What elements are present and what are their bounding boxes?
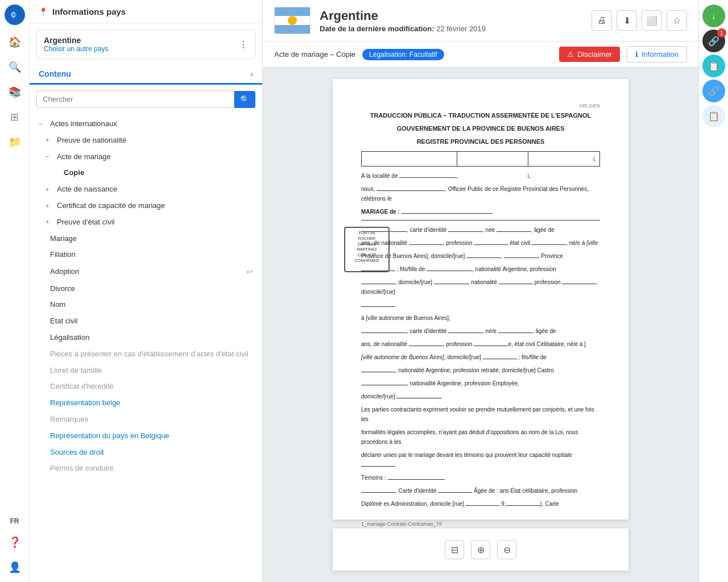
library-icon[interactable]: 📚	[5, 82, 25, 102]
doc-date-label: Date de la dernière modification:	[320, 24, 435, 33]
tree-item-representation-belge[interactable]: Représentation belge	[30, 395, 262, 411]
download-action-button[interactable]: ↓	[702, 5, 725, 27]
print-button[interactable]: 🖨	[592, 10, 612, 31]
home-icon[interactable]: 🏠	[5, 32, 25, 52]
country-change-link[interactable]: Choisir un autre pays	[44, 45, 108, 53]
expand-icon: +	[46, 135, 53, 146]
doc-parties-a: Les parties contractants expriment voulo…	[361, 405, 600, 424]
tree-item-label: Permis de conduire	[50, 463, 114, 475]
help-icon[interactable]: ❓	[5, 532, 25, 552]
search-input[interactable]	[36, 90, 234, 108]
tree-item-acte-naissance[interactable]: + Acte de naissance	[30, 181, 262, 198]
tree-item-representation-pays[interactable]: Représentation du pays en Belgique	[30, 428, 262, 444]
tree-item-label: Mariage	[50, 233, 77, 245]
tree-item-permis-conduire[interactable]: Permis de conduire	[30, 460, 262, 477]
folder-icon[interactable]: 📁	[5, 132, 25, 152]
doc-person1-g: à [ville autonome de Buenos Aires],	[361, 313, 600, 323]
tree-item-preuve-etat-civil[interactable]: + Preuve d'état civil	[30, 214, 262, 231]
tree-item-legalisation[interactable]: Légalisation	[30, 330, 262, 346]
expand-icon: +	[46, 185, 53, 195]
doc-temoins: Témoins :	[361, 473, 600, 483]
tree-item-remarques[interactable]: Remarques	[30, 411, 262, 428]
tree-item-etat-civil[interactable]: Etat civil	[30, 313, 262, 330]
zoom-in-icon: ⊕	[477, 544, 485, 555]
tree-item-label: Divorce	[50, 283, 75, 295]
share-icon: 🔗	[708, 86, 719, 97]
tree-item-divorce[interactable]: Divorce	[30, 281, 262, 297]
doc-person1-c: Province de Buenos Aires], domicile/[rue…	[361, 251, 600, 261]
doc-fields-table: i,	[361, 151, 600, 167]
tree-item-adoption[interactable]: Adoption ↩	[30, 263, 262, 280]
app-logo[interactable]	[5, 5, 25, 25]
tree-item-certificat-capacite[interactable]: + Certificat de capacité de mariage	[30, 198, 262, 214]
tree-item-livret[interactable]: Livret de famille	[30, 363, 262, 379]
share-action-button[interactable]: 🔗	[702, 80, 725, 102]
tree-item-label: Légalisation	[50, 332, 89, 344]
tree-item-label: Nom	[50, 299, 65, 311]
doc-parties-c: déclarer unies par le mariage devant les…	[361, 450, 600, 469]
doc-view-area[interactable]: FORTUNROCHERDe FINASMARTINEZCIVIL ESTCON…	[263, 68, 698, 582]
doc-title-block: Argentine Date de la dernière modificati…	[320, 9, 582, 33]
tree-item-preuve-nationalite[interactable]: + Preuve de nationalité	[30, 132, 262, 149]
doc-person1-d: ; fils/fille de , nationalité Argentine,…	[361, 264, 600, 274]
doc-date-value: 22 février 2019	[436, 24, 486, 33]
tree-item-label: Représentation belge	[50, 397, 121, 409]
tree-navigation: − Actes internationaux + Preuve de natio…	[30, 114, 262, 582]
doc-person2-f: domicile/[rue]	[361, 392, 600, 401]
disclaimer-button[interactable]: ⚠ Disclaimer	[559, 47, 620, 62]
user-icon[interactable]: 👤	[5, 557, 25, 577]
doc-nous: nous, , Officier Public de ce Registre P…	[361, 184, 600, 203]
information-button[interactable]: ℹ Information	[627, 46, 687, 63]
tree-item-certificat-heredite[interactable]: Certificat d'hérédité	[30, 379, 262, 395]
doc-person2-a: , carte d'identité , né/e , âgée de	[361, 326, 600, 336]
copy-action-button[interactable]: 📋	[702, 105, 725, 127]
doc-person2-e: , nationalité Argentine, profession Empl…	[361, 379, 600, 388]
doc-footer-text: 1_mariage-Contrats-Contraman_TF	[361, 521, 442, 527]
doc-person2-b: ans, de nationalité , profession e, état…	[361, 339, 600, 349]
info-icon: ℹ	[635, 50, 638, 59]
doc-stamp: FORTUNROCHERDe FINASMARTINEZCIVIL ESTCON…	[344, 227, 390, 272]
doc-person1-e: , domicile/[rue] , nationalité professio…	[361, 277, 600, 297]
tree-item-label: Sources de droit	[50, 447, 104, 459]
doc-bottom-toolbar: ⊟ ⊕ ⊖	[445, 540, 516, 559]
zoom-out-button[interactable]: ⊖	[497, 540, 516, 559]
clipboard-action-button[interactable]: 📋	[702, 55, 725, 77]
doc-localite: A la localité de , i,	[361, 171, 600, 181]
download-button[interactable]: ⬇	[617, 10, 637, 31]
tree-item-actes-internationaux[interactable]: − Actes internationaux	[30, 116, 262, 132]
split-view-button[interactable]: ⊟	[445, 540, 464, 559]
tree-item-nom[interactable]: Nom	[30, 297, 262, 313]
badge-count: 1	[717, 28, 726, 38]
country-selector[interactable]: Argentine Choisir un autre pays ⋮	[36, 30, 255, 59]
tree-item-acte-mariage[interactable]: − Acte de mariage	[30, 149, 262, 165]
sidebar-header: 📍 Informations pays	[30, 0, 262, 24]
tree-item-copie[interactable]: Copie	[30, 165, 262, 181]
tree-item-label: Adoption	[50, 266, 79, 278]
tree-item-label: Copie	[64, 167, 84, 179]
tree-item-sources-droit[interactable]: Sources de droit	[30, 444, 262, 461]
grid-icon[interactable]: ⊞	[5, 107, 25, 127]
search-icon[interactable]: 🔍	[5, 57, 25, 77]
doc-title-1: TRADUCCION PÚBLICA – TRADUCTION ASSERMEN…	[361, 110, 600, 121]
doc-toolbar: 🖨 ⬇ ⬜ ☆	[592, 10, 687, 31]
search-button[interactable]: 🔍	[234, 91, 255, 108]
tree-item-label: Remarques	[50, 414, 88, 426]
tree-item-label: Actes internationaux	[50, 118, 117, 130]
doc-blank-line	[361, 220, 600, 221]
sidebar-nav-arrow[interactable]: ›	[250, 69, 253, 78]
zoom-in-button[interactable]: ⊕	[471, 540, 490, 559]
tree-item-mariage[interactable]: Mariage	[30, 231, 262, 247]
download-icon: ↓	[712, 11, 716, 21]
doc-person1-b: ans, de nationalité , profession état ci…	[361, 238, 600, 248]
link-action-button[interactable]: 🔗 1	[702, 30, 725, 52]
tree-item-filiation[interactable]: Filiation	[30, 247, 262, 263]
tree-item-label: Pièces à présenter en cas d'établissemen…	[50, 348, 249, 360]
language-selector[interactable]: FR	[8, 515, 22, 527]
main-content: Argentine Date de la dernière modificati…	[263, 0, 698, 582]
sidebar-nav-header: Contenu ›	[30, 65, 262, 85]
sidebar-nav-label: Contenu	[39, 69, 71, 78]
share-button[interactable]: ⬜	[642, 10, 662, 31]
tree-item-pieces[interactable]: Pièces à présenter en cas d'établissemen…	[30, 346, 262, 363]
country-options-button[interactable]: ⋮	[239, 39, 248, 50]
bookmark-button[interactable]: ☆	[667, 10, 687, 31]
